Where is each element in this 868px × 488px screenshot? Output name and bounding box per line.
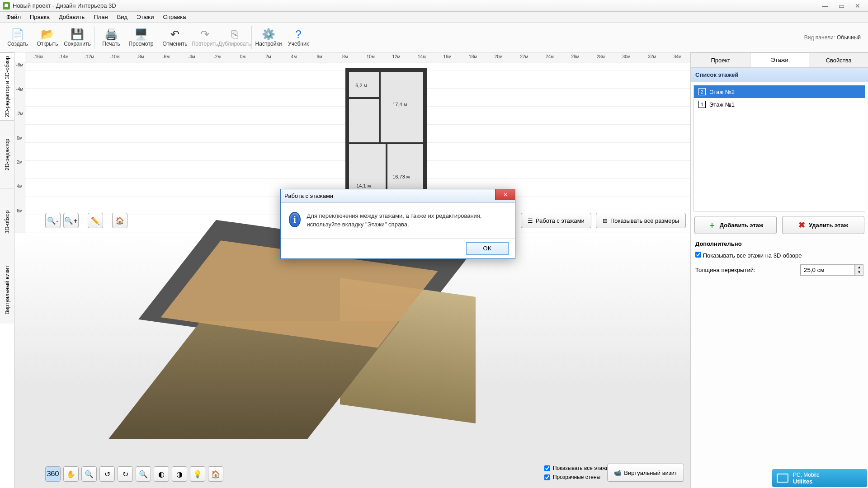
info-icon: i [289,212,301,227]
modal-overlay: Работа с этажами ✕ i Для переключения ме… [0,0,868,488]
dialog-text: Для переключения между этажами, а также … [307,212,507,229]
dialog-ok-button[interactable]: OK [466,242,509,255]
dialog-floors-work: Работа с этажами ✕ i Для переключения ме… [280,189,515,259]
monitor-icon [777,474,788,483]
dialog-title: Работа с этажами [281,189,515,203]
footer-badge[interactable]: PC, MobileUtilites [772,469,867,487]
dialog-close-button[interactable]: ✕ [495,189,515,200]
rtab-floors[interactable]: Этажи [750,52,810,67]
